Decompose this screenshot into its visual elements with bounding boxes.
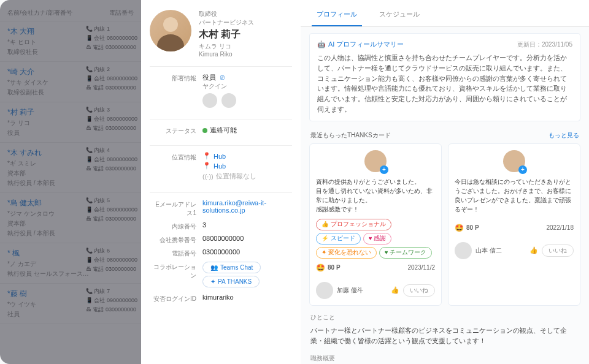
- tag: ♥ 感謝: [363, 233, 391, 245]
- card-points: 🤩 80 P: [316, 264, 341, 272]
- sender-avatar: [316, 282, 333, 299]
- dept-label: 部署情報: [150, 73, 202, 83]
- tag: 👍 プロフェッショナル: [316, 219, 391, 230]
- tag: ✦ 変化を恐れない: [316, 247, 377, 259]
- thumb-icon: 👍: [529, 246, 538, 254]
- thumb-icon: 👍: [391, 286, 399, 294]
- shokumu-label: 職務概要: [310, 354, 579, 363]
- status-label: ステータス: [150, 126, 202, 135]
- thanks-icon: ✦: [210, 278, 215, 285]
- thanks-card: + 資料の提供ありがとうございました。目を通し切れていない資料が多いため、非常に…: [309, 143, 442, 306]
- thanks-title: 最近もらったTHANKSカード: [310, 131, 391, 140]
- wifi-icon: ((·)): [202, 173, 214, 180]
- location-hub-link[interactable]: 📍Hub: [202, 152, 292, 160]
- tel-label: 電話番号: [150, 248, 202, 258]
- tag: ♥ チームワーク: [379, 247, 432, 259]
- ai-summary-body: この人物は、協調性と慎重さを持ち合わせたチームプレイヤーです。分析力を活かして、…: [317, 53, 572, 115]
- related-avatar[interactable]: [221, 93, 236, 108]
- location-hub-link[interactable]: 📍Hub: [202, 162, 292, 170]
- orgchart-icon[interactable]: ⎚: [220, 74, 225, 81]
- detail-panel: プロフィール スケジュール 🤖AI プロフィールサマリー 更新日：2023/11…: [301, 0, 589, 364]
- ai-summary-title: AI プロフィールサマリー: [328, 40, 404, 49]
- teams-icon: 👥: [210, 264, 218, 271]
- tel-value: 0300000000: [202, 248, 292, 256]
- card-message: 今日は急な相談にのっていただきありがとうございました。おかげさまで、お客様に良い…: [455, 177, 574, 214]
- email-link[interactable]: kimura.riko@reiwa-it-solutions.co.jp: [202, 199, 266, 214]
- plus-icon: +: [518, 165, 527, 174]
- card-points: 🤩 80 P: [455, 224, 479, 232]
- pin-icon: 📍: [202, 162, 211, 170]
- hitokoto-label: ひとこと: [310, 313, 579, 322]
- email-label: Eメールアドレス1: [150, 199, 202, 218]
- location-label: 位置情報: [150, 152, 202, 162]
- tab-bar: プロフィール スケジュール: [301, 0, 589, 27]
- profile-name: 木村 莉子: [199, 28, 254, 41]
- tab-schedule[interactable]: スケジュール: [374, 6, 425, 26]
- collab-label: コラボレーション: [150, 262, 202, 280]
- tab-profile[interactable]: プロフィール: [312, 6, 362, 26]
- pa-thanks-button[interactable]: ✦PA THANKS: [202, 276, 260, 287]
- mobile-value: 08000000000: [202, 235, 292, 242]
- profile-panel: 取締役 パートナービジネス 木村 莉子 キムラ リコ Kimura Riko 部…: [141, 0, 301, 364]
- status-dot-icon: [202, 128, 207, 133]
- plus-icon: +: [380, 165, 388, 174]
- modal-overlay: [0, 0, 141, 364]
- card-message: 資料の提供ありがとうございました。目を通し切れていない資料が多いため、非常に助か…: [316, 177, 435, 214]
- related-avatar[interactable]: [202, 93, 217, 108]
- sender-name: 山本 信二: [475, 246, 502, 255]
- thanks-more-link[interactable]: もっと見る: [549, 131, 579, 140]
- mobile-label: 会社携帯番号: [150, 235, 202, 245]
- login-value: kimurariko: [202, 294, 292, 301]
- profile-kana: キムラ リコ: [199, 42, 254, 51]
- profile-romaji: Kimura Riko: [199, 51, 254, 58]
- hitokoto-body: パートナー様とパートナー様顧客のビジネスをコミュニケーションの観点、そして企業・…: [310, 325, 579, 346]
- ai-icon: 🤖: [317, 40, 326, 48]
- sender-name: 加藤 優斗: [337, 286, 363, 295]
- card-recipient-avatar: +: [503, 150, 525, 172]
- ai-summary-box: 🤖AI プロフィールサマリー 更新日：2023/11/05 この人物は、協調性と…: [309, 33, 580, 121]
- profile-team: パートナービジネス: [199, 18, 254, 27]
- dept-value: 役員: [202, 74, 216, 81]
- card-date: 2022/1/18: [547, 224, 574, 231]
- like-button[interactable]: いいね: [403, 284, 435, 297]
- like-button[interactable]: いいね: [542, 245, 574, 257]
- location-none: ((·))位置情報なし: [202, 172, 292, 181]
- ext-label: 内線番号: [150, 221, 202, 231]
- sender-avatar: [455, 242, 472, 259]
- login-label: 安否ログインID: [150, 294, 202, 303]
- dept-kana: ヤクイン: [202, 82, 292, 91]
- teams-chat-button[interactable]: 👥Teams Chat: [202, 262, 261, 273]
- tag: ⚡ スピード: [316, 233, 361, 245]
- profile-role: 取締役: [199, 10, 254, 18]
- ai-summary-date: 2023/11/05: [542, 41, 572, 48]
- card-recipient-avatar: +: [364, 150, 387, 172]
- pin-icon: 📍: [202, 152, 211, 160]
- thanks-card: + 今日は急な相談にのっていただきありがとうございました。おかげさまで、お客様に…: [448, 143, 580, 306]
- card-date: 2023/11/2: [408, 264, 436, 271]
- profile-avatar: [150, 10, 191, 51]
- ext-value: 3: [202, 221, 292, 229]
- status-value: 連絡可能: [210, 126, 237, 134]
